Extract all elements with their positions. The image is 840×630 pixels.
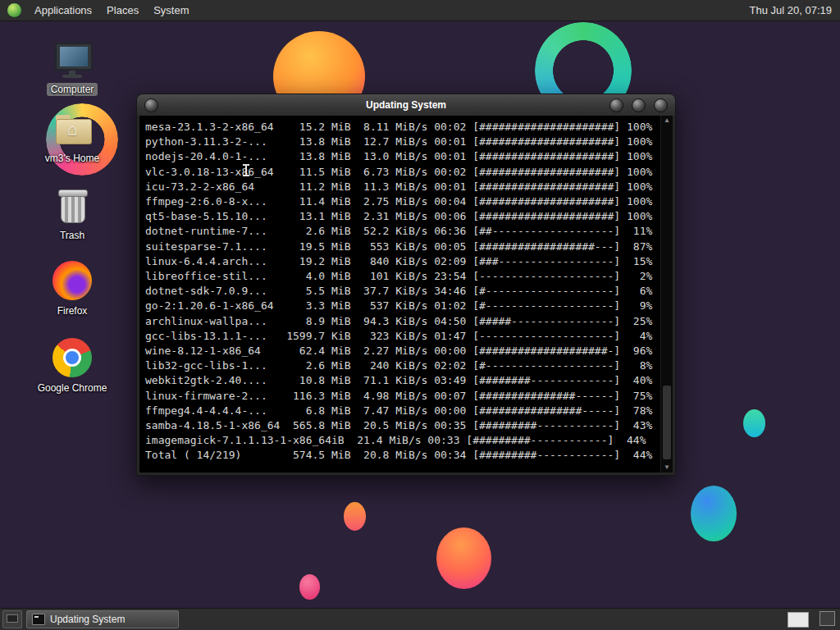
- wallpaper-blob-orange-small: [344, 502, 366, 531]
- terminal-line: vlc-3.0.18-13-x86_64 11.5 MiB 6.73 MiB/s…: [145, 165, 660, 180]
- terminal-line: dotnet-sdk-7.0.9... 5.5 MiB 37.7 KiB/s 3…: [145, 284, 660, 299]
- terminal-line: go-2:1.20.6-1-x86_64 3.3 MiB 537 KiB/s 0…: [145, 299, 660, 313]
- terminal-line: suitesparse-7.1.... 19.5 MiB 553 KiB/s 0…: [145, 240, 660, 254]
- terminal-area: mesa-23.1.3-2-x86_64 15.2 MiB 8.11 MiB/s…: [139, 116, 673, 472]
- desktop-icon-chrome[interactable]: Google Chrome: [31, 338, 113, 395]
- menu-system[interactable]: System: [146, 0, 196, 21]
- menu-places[interactable]: Places: [99, 0, 146, 21]
- scroll-down-icon[interactable]: ▼: [664, 463, 670, 472]
- desktop-icon-label: Google Chrome: [34, 381, 112, 395]
- desktop-icon-firefox[interactable]: Firefox: [31, 261, 113, 317]
- terminal-line: gcc-libs-13.1.1-... 1599.7 KiB 323 KiB/s…: [145, 329, 660, 344]
- terminal-line: lib32-gcc-libs-1... 2.6 MiB 240 KiB/s 02…: [145, 358, 660, 373]
- task-label: Updating System: [50, 614, 125, 625]
- terminal-line: ffmpeg4.4-4.4.4-... 6.8 MiB 7.47 MiB/s 0…: [145, 404, 660, 418]
- terminal-line: icu-73.2-2-x86_64 11.2 MiB 11.3 MiB/s 00…: [145, 180, 660, 194]
- desktop-icon-label: Trash: [56, 229, 89, 242]
- scrollbar-thumb[interactable]: [663, 386, 671, 459]
- close-button[interactable]: [654, 98, 668, 112]
- distro-menu-icon[interactable]: [7, 3, 21, 17]
- desktop-icon-home[interactable]: ⌂ vm3's Home: [31, 108, 113, 165]
- minimize-button[interactable]: [609, 98, 623, 112]
- terminal-output[interactable]: mesa-23.1.3-2-x86_64 15.2 MiB 8.11 MiB/s…: [139, 116, 660, 472]
- terminal-line: Total ( 14/219) 574.5 MiB 20.8 MiB/s 00:…: [145, 448, 660, 463]
- terminal-line: qt5-base-5.15.10... 13.1 MiB 2.31 MiB/s …: [145, 209, 660, 224]
- clock[interactable]: Thu Jul 20, 07:19: [742, 4, 840, 16]
- panel-corner-applet[interactable]: [819, 611, 835, 626]
- terminal-line: dotnet-runtime-7... 2.6 MiB 52.2 KiB/s 0…: [145, 224, 660, 239]
- scrollbar-track[interactable]: [661, 126, 673, 463]
- scroll-up-icon[interactable]: ▲: [664, 116, 670, 126]
- wallpaper-blob-pink-small: [299, 574, 320, 600]
- terminal-line: samba-4.18.5-1-x86_64 565.8 MiB 20.5 MiB…: [145, 418, 660, 433]
- desktop-icon-computer[interactable]: Computer: [31, 39, 113, 96]
- terminal-line: webkit2gtk-2.40.... 10.8 MiB 71.1 KiB/s …: [145, 373, 660, 388]
- terminal-line: wine-8.12-1-x86_64 62.4 MiB 2.27 MiB/s 0…: [145, 344, 660, 358]
- workspace-switcher[interactable]: [788, 612, 809, 628]
- window-menu-button[interactable]: [144, 98, 158, 112]
- menu-applications[interactable]: Applications: [27, 0, 99, 21]
- house-glyph: ⌂: [52, 120, 92, 139]
- terminal-window: Updating System mesa-23.1.3-2-x86_64 15.…: [136, 94, 676, 476]
- wallpaper-blob-teal-small: [743, 409, 765, 437]
- terminal-line: python-3.11.3-2-... 13.8 MiB 12.7 MiB/s …: [145, 135, 660, 149]
- scrollbar[interactable]: ▲ ▼: [660, 116, 673, 472]
- bottom-panel: Updating System: [0, 608, 840, 630]
- desktop-icon-trash[interactable]: Trash: [31, 185, 113, 242]
- window-title: Updating System: [366, 99, 446, 111]
- terminal-mini-icon: [32, 614, 45, 625]
- terminal-line: ffmpeg-2:6.0-8-x... 11.4 MiB 2.75 MiB/s …: [145, 194, 660, 209]
- terminal-line: nodejs-20.4.0-1-... 13.8 MiB 13.0 MiB/s …: [145, 149, 660, 164]
- terminal-line: linux-firmware-2... 116.3 MiB 4.98 MiB/s…: [145, 389, 660, 404]
- top-panel: Applications Places System Thu Jul 20, 0…: [0, 0, 840, 21]
- terminal-line: linux-6.4.4.arch... 19.2 MiB 840 KiB/s 0…: [145, 254, 660, 269]
- taskbar-task-button[interactable]: Updating System: [26, 610, 179, 628]
- workspace-1[interactable]: [788, 612, 809, 628]
- wallpaper-blob-blue: [691, 486, 737, 541]
- firefox-icon: [52, 261, 92, 300]
- window-titlebar[interactable]: Updating System: [137, 94, 675, 116]
- mouse-ibeam-cursor: [243, 164, 249, 176]
- desktop-icon-label: Firefox: [53, 304, 92, 317]
- show-desktop-button[interactable]: [2, 610, 22, 628]
- terminal-line: mesa-23.1.3-2-x86_64 15.2 MiB 8.11 MiB/s…: [145, 120, 660, 135]
- computer-icon: [52, 39, 92, 79]
- terminal-line: libreoffice-stil... 4.0 MiB 101 KiB/s 23…: [145, 269, 660, 284]
- maximize-button[interactable]: [632, 98, 646, 112]
- chrome-icon: [52, 338, 92, 377]
- wallpaper-blob-pink-large: [436, 527, 491, 589]
- terminal-line: archlinux-wallpa... 8.9 MiB 94.3 KiB/s 0…: [145, 314, 660, 329]
- terminal-line: imagemagick-7.1.1.13-1-x86_64iB 21.4 MiB…: [145, 433, 660, 448]
- home-folder-icon: ⌂: [52, 108, 92, 148]
- trash-icon: [52, 185, 92, 225]
- desktop-icon-label: Computer: [47, 83, 98, 96]
- desktop-icon-label: vm3's Home: [41, 152, 103, 165]
